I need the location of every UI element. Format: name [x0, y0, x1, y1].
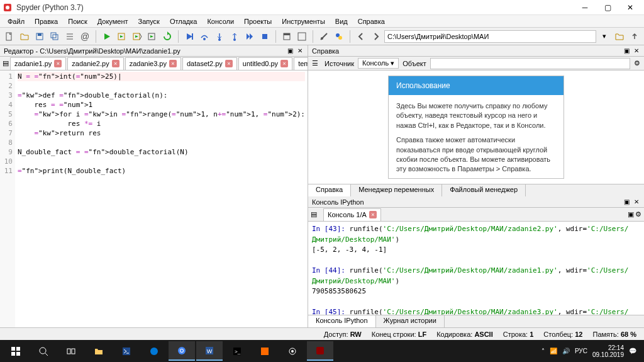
ipython-tab[interactable]: Консоль IPython: [308, 315, 376, 327]
back-icon[interactable]: [354, 30, 368, 43]
continue-icon[interactable]: [243, 30, 257, 43]
editor-tab[interactable]: untitled0.py×: [238, 57, 292, 70]
settings-icon[interactable]: [279, 341, 306, 361]
word-icon[interactable]: W: [196, 341, 223, 361]
saveall-icon[interactable]: [48, 30, 62, 43]
help-body: Использование Здесь Вы можете получить с…: [308, 71, 644, 184]
main-toolbar: @ C:\Users\Дмитрий\Desktop\МАИ ▾: [0, 28, 644, 45]
editor-tab[interactable]: zadanie1.py×: [10, 57, 66, 70]
menu-Проекты[interactable]: Проекты: [239, 16, 277, 26]
menu-Файл[interactable]: Файл: [3, 16, 30, 26]
pane-undock-icon[interactable]: ▣: [623, 47, 630, 55]
menu-Справка[interactable]: Справка: [353, 16, 390, 26]
parent-dir-icon[interactable]: [628, 30, 641, 43]
pane-undock-icon[interactable]: ▣: [286, 47, 294, 55]
rerun-icon[interactable]: [160, 30, 174, 43]
app-icon[interactable]: [252, 341, 278, 361]
menu-Консоли[interactable]: Консоли: [202, 16, 239, 26]
help-tab[interactable]: Менеджер переменных: [351, 184, 442, 196]
pane-close-icon[interactable]: ✕: [296, 47, 304, 55]
minimize-button[interactable]: ─: [574, 0, 596, 15]
editor-tab[interactable]: temp.py×: [294, 57, 308, 70]
menu-Инструменты[interactable]: Инструменты: [277, 16, 330, 26]
step-into-icon[interactable]: [213, 30, 226, 43]
cmd-icon[interactable]: >_: [224, 341, 250, 361]
search-icon[interactable]: [30, 341, 57, 361]
menu-Поиск[interactable]: Поиск: [63, 16, 92, 26]
help-gear-icon[interactable]: ⚙: [634, 59, 640, 67]
console-tab[interactable]: Консоль 1/A×: [323, 208, 381, 221]
menu-Отладка[interactable]: Отладка: [165, 16, 202, 26]
start-button[interactable]: [3, 341, 29, 361]
menu-Запуск[interactable]: Запуск: [133, 16, 165, 26]
step-out-icon[interactable]: [228, 30, 242, 43]
editor-tab[interactable]: zadanie3.py×: [125, 57, 181, 70]
edge-icon[interactable]: [141, 341, 167, 361]
close-icon[interactable]: ×: [225, 60, 233, 67]
statusbar: Доступ: RW Конец строки: LF Кодировка: A…: [0, 327, 644, 340]
help-menu-icon[interactable]: ☰: [312, 59, 321, 67]
maximize-pane-icon[interactable]: [280, 30, 294, 43]
close-icon[interactable]: ×: [369, 211, 377, 218]
pane-close-icon[interactable]: ✕: [633, 47, 640, 55]
editor-tab[interactable]: dataset2.py×: [182, 57, 237, 70]
help-tab[interactable]: Справка: [308, 184, 351, 196]
open-file-icon[interactable]: [18, 30, 31, 43]
explorer-icon[interactable]: [86, 341, 112, 361]
python-path-icon[interactable]: [332, 30, 346, 43]
dropdown-icon[interactable]: ▾: [597, 30, 611, 43]
clock[interactable]: 22:1409.10.2019: [592, 344, 624, 358]
object-input[interactable]: [430, 58, 630, 69]
svg-rect-46: [316, 347, 324, 354]
code-editor[interactable]: 1 2 3 4 5 6 7 8 9 10 11 N = ="fn">int(="…: [0, 71, 308, 327]
debug-icon[interactable]: [182, 30, 196, 43]
fullscreen-icon[interactable]: [295, 30, 309, 43]
forward-icon[interactable]: [369, 30, 383, 43]
working-dir-input[interactable]: C:\Users\Дмитрий\Desktop\МАИ: [384, 30, 596, 43]
powershell-icon[interactable]: [113, 341, 140, 361]
lang-indicator[interactable]: РУС: [575, 348, 587, 354]
stop-debug-icon[interactable]: [258, 30, 272, 43]
run-cell-advance-icon[interactable]: [130, 30, 144, 43]
console-interrupt-icon[interactable]: ▣: [628, 210, 634, 218]
maximize-button[interactable]: ▢: [596, 0, 619, 15]
tab-list-icon[interactable]: ▤: [311, 210, 322, 218]
run-icon[interactable]: [100, 30, 114, 43]
tray-up-icon[interactable]: ˄: [541, 348, 545, 354]
system-tray[interactable]: ˄ 📶 🔊 РУС 22:1409.10.2019 💬: [536, 344, 641, 358]
close-icon[interactable]: ×: [280, 60, 288, 67]
code-area[interactable]: N = ="fn">int(="num">25)| ="kw">def ="fn…: [15, 71, 308, 327]
preferences-icon[interactable]: [317, 30, 331, 43]
list-icon[interactable]: [63, 30, 77, 43]
help-tab[interactable]: Файловый менеджер: [442, 184, 526, 196]
editor-tab[interactable]: zadanie2.py×: [67, 57, 123, 70]
volume-icon[interactable]: 🔊: [562, 348, 570, 354]
source-combo[interactable]: Консоль ▾: [358, 58, 399, 69]
menu-Правка[interactable]: Правка: [30, 16, 63, 26]
ipython-tab[interactable]: Журнал истории: [376, 315, 445, 327]
ipython-console[interactable]: In [43]: runfile('C:/Users/Дмитрий/Deskt…: [308, 222, 644, 315]
notifications-icon[interactable]: 💬: [629, 348, 636, 354]
console-gear-icon[interactable]: ⚙: [635, 210, 641, 218]
wifi-icon[interactable]: 📶: [550, 348, 557, 354]
close-icon[interactable]: ×: [169, 60, 177, 67]
chrome-icon[interactable]: [169, 341, 195, 361]
pane-undock-icon[interactable]: ▣: [623, 198, 630, 206]
menu-Документ[interactable]: Документ: [92, 16, 133, 26]
menu-Вид[interactable]: Вид: [330, 16, 353, 26]
run-cell-icon[interactable]: [115, 30, 129, 43]
at-icon[interactable]: @: [78, 30, 92, 43]
svg-line-31: [45, 353, 48, 356]
spyder-taskbar-icon[interactable]: [307, 341, 333, 361]
browse-dir-icon[interactable]: [613, 30, 626, 43]
close-button[interactable]: ✕: [619, 0, 641, 15]
close-icon[interactable]: ×: [54, 60, 62, 67]
close-icon[interactable]: ×: [112, 60, 119, 67]
run-selection-icon[interactable]: [145, 30, 159, 43]
save-icon[interactable]: [33, 30, 47, 43]
tab-list-icon[interactable]: ▤: [3, 59, 9, 67]
new-file-icon[interactable]: [3, 30, 16, 43]
step-over-icon[interactable]: [197, 30, 211, 43]
task-view-icon[interactable]: [58, 341, 84, 361]
pane-close-icon[interactable]: ✕: [633, 198, 640, 206]
